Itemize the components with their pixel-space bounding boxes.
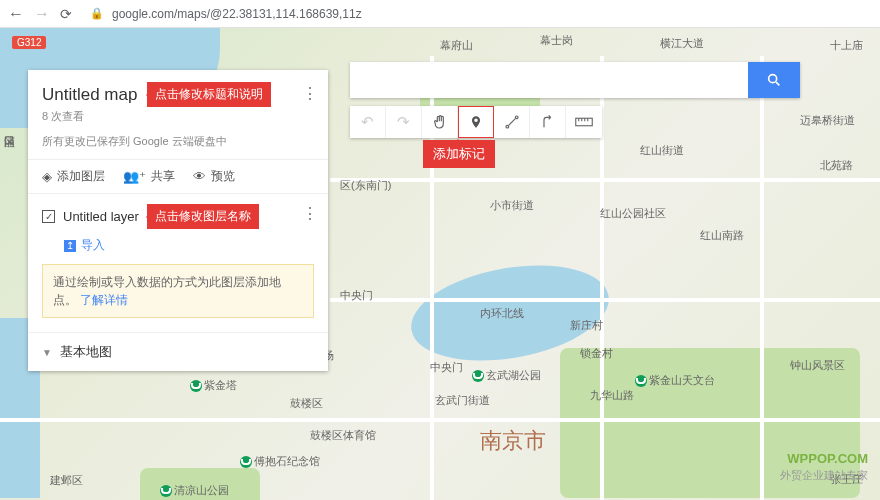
import-icon: ↥ <box>64 240 76 252</box>
map-label: 傅抱石纪念馆 <box>240 454 320 469</box>
map-label: 中央门 <box>340 288 373 303</box>
map-label: 幕士岗 <box>540 33 573 48</box>
preview-label: 预览 <box>211 168 235 185</box>
poi-icon <box>190 380 202 392</box>
poi-icon <box>160 485 172 497</box>
side-panel: Untitled map 点击修改标题和说明 8 次查看 所有更改已保存到 Go… <box>28 70 328 371</box>
svg-line-1 <box>776 82 779 85</box>
map-label: 红山街道 <box>640 143 684 158</box>
share-icon: 👥⁺ <box>123 169 146 184</box>
map-label: 新庄村 <box>570 318 603 333</box>
route-badge: G312 <box>12 36 46 49</box>
share-label: 共享 <box>151 168 175 185</box>
title-callout: 点击修改标题和说明 <box>147 82 271 107</box>
map-label: 红山南路 <box>700 228 744 243</box>
map-label: 北苑路 <box>820 158 853 173</box>
watermark-line2: 外贸企业建站专家 <box>780 468 868 482</box>
map-label: 玄武门街道 <box>435 393 490 408</box>
tip-link[interactable]: 了解详情 <box>80 293 128 307</box>
basemap-label: 基本地图 <box>60 343 112 361</box>
map-label: 中央门 <box>430 360 463 375</box>
map-label: 红山公园社区 <box>600 206 666 221</box>
add-layer-label: 添加图层 <box>57 168 105 185</box>
map-label: 区(东南门) <box>340 178 391 193</box>
poi-icon <box>472 370 484 382</box>
search-bar <box>350 62 800 98</box>
map-label: 内环北线 <box>480 306 524 321</box>
search-button[interactable] <box>748 62 800 98</box>
city-label: 南京市 <box>480 426 546 456</box>
map-label: 幕府山 <box>440 38 473 53</box>
poi-icon <box>240 456 252 468</box>
search-input[interactable] <box>350 62 748 98</box>
map-label: 九华山路 <box>590 388 634 403</box>
preview-button[interactable]: 👁 预览 <box>193 168 235 185</box>
svg-point-2 <box>506 125 509 128</box>
map-label: 十上庙 <box>830 38 863 53</box>
layer-callout: 点击修改图层名称 <box>147 204 259 229</box>
import-link[interactable]: 导入 <box>81 237 105 254</box>
action-row: ◈ 添加图层 👥⁺ 共享 👁 预览 <box>28 159 328 194</box>
map-label: 横江大道 <box>660 36 704 51</box>
reload-button[interactable]: ⟳ <box>60 6 72 22</box>
watermark: WPPOP.COM 外贸企业建站专家 <box>780 451 868 482</box>
watermark-line1: WPPOP.COM <box>780 451 868 468</box>
forward-button[interactable]: → <box>34 5 50 23</box>
marker-icon <box>469 113 483 131</box>
hand-icon <box>432 114 448 130</box>
map-label: 紫金塔 <box>190 378 237 393</box>
back-button[interactable]: ← <box>8 5 24 23</box>
eye-icon: 👁 <box>193 169 206 184</box>
save-status: 所有更改已保存到 Google 云端硬盘中 <box>42 134 314 149</box>
map-label: 清凉山公园 <box>160 483 229 498</box>
chevron-down-icon: ▼ <box>42 347 52 358</box>
measure-tool[interactable] <box>566 106 602 138</box>
layer-more-button[interactable]: ⋮ <box>302 204 318 223</box>
map-label: 锁金村 <box>580 346 613 361</box>
share-button[interactable]: 👥⁺ 共享 <box>123 168 175 185</box>
map-label: 建邺区 <box>50 473 83 488</box>
layer-block: ✓ Untitled layer 点击修改图层名称 ⋮ ↥ 导入 通过绘制或导入… <box>28 194 328 332</box>
map-label: 紫金山天文台 <box>635 373 715 388</box>
layer-checkbox[interactable]: ✓ <box>42 210 55 223</box>
map-title[interactable]: Untitled map <box>42 85 137 105</box>
redo-button[interactable]: ↷ <box>386 106 422 138</box>
map-toolbar: ↶ ↷ <box>350 106 602 138</box>
map-label: 小市街道 <box>490 198 534 213</box>
map-label: 钟山风景区 <box>790 358 845 373</box>
map-label: 鼓楼区 <box>290 396 323 411</box>
layers-icon: ◈ <box>42 169 52 184</box>
directions-icon <box>540 114 556 130</box>
marker-callout: 添加标记 <box>423 140 495 168</box>
line-icon <box>504 114 520 130</box>
svg-point-3 <box>515 116 518 119</box>
svg-line-4 <box>508 119 515 126</box>
search-icon <box>766 72 782 88</box>
tip-box: 通过绘制或导入数据的方式为此图层添加地点。 了解详情 <box>42 264 314 318</box>
poi-icon <box>635 375 647 387</box>
view-count: 8 次查看 <box>42 109 314 124</box>
address-bar[interactable]: 🔒 google.com/maps/@22.38131,114.168639,1… <box>82 7 872 21</box>
undo-button[interactable]: ↶ <box>350 106 386 138</box>
directions-tool[interactable] <box>530 106 566 138</box>
url-text: google.com/maps/@22.38131,114.168639,11z <box>112 7 362 21</box>
lock-icon: 🔒 <box>90 7 104 20</box>
add-marker-tool[interactable] <box>458 106 494 138</box>
panel-header: Untitled map 点击修改标题和说明 8 次查看 所有更改已保存到 Go… <box>28 70 328 159</box>
layer-name[interactable]: Untitled layer <box>63 209 139 224</box>
browser-bar: ← → ⟳ 🔒 google.com/maps/@22.38131,114.16… <box>0 0 880 28</box>
svg-point-0 <box>769 75 777 83</box>
draw-line-tool[interactable] <box>494 106 530 138</box>
add-layer-button[interactable]: ◈ 添加图层 <box>42 168 105 185</box>
basemap-toggle[interactable]: ▼ 基本地图 <box>28 332 328 371</box>
panel-more-button[interactable]: ⋮ <box>302 84 318 103</box>
map-label: 迈皋桥街道 <box>800 113 855 128</box>
ruler-icon <box>575 117 593 127</box>
map-label: 鼓楼区体育馆 <box>310 428 376 443</box>
map-label: 玄武湖公园 <box>472 368 541 383</box>
